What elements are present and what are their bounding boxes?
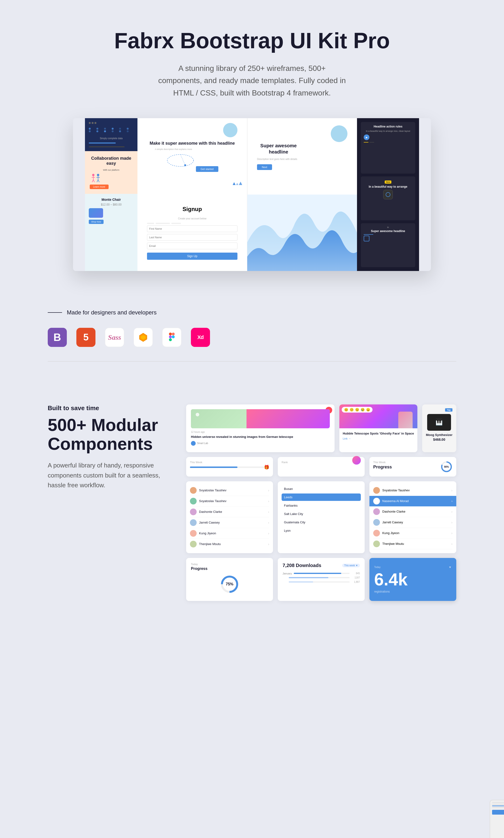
list-avatar: [190, 519, 197, 526]
bp-title: Progress: [191, 567, 208, 571]
highlight-item: Svyatoslav Taushev ›: [373, 485, 452, 496]
list-chevron-icon: ›: [268, 499, 269, 503]
signup-email[interactable]: [147, 243, 237, 249]
svg-point-12: [184, 164, 186, 166]
city-item-active[interactable]: Leeds: [282, 494, 361, 501]
components-headline: 500+ Modular Components: [48, 416, 167, 453]
furniture-button[interactable]: Shop Now: [89, 220, 104, 224]
downloads-week-badge[interactable]: This week ▼: [342, 564, 360, 567]
list-avatar: [190, 498, 197, 504]
dl-bar-bg: [294, 573, 349, 574]
svg-line-11: [180, 155, 185, 165]
highlight-name: Dashonte Clarke: [382, 510, 406, 513]
highlight-avatar-active: [373, 498, 380, 504]
list-chevron-icon: ›: [268, 488, 269, 492]
progress2-title: Progress: [373, 465, 438, 470]
list-chevron-icon: ›: [268, 532, 269, 535]
chevron-icon: ›: [451, 531, 452, 535]
bs-header: Today ▼: [374, 566, 451, 569]
cards-row-2: This Week 🎁 Rank This Week Progress: [186, 457, 456, 477]
signup-lastname[interactable]: [147, 234, 237, 240]
product-tag: New: [385, 180, 391, 183]
furniture-card: Monte Chair $12.00 – $80.00 Shop Now: [85, 194, 138, 271]
made-for-line: Made for designers and developers: [48, 309, 456, 316]
progress2-week-label: This Week: [373, 461, 438, 464]
emoji-reactions: 😐🙂😟😢😠: [342, 407, 373, 413]
progress-week-label: This Week: [190, 461, 269, 464]
city-item[interactable]: Salt Lake City: [282, 510, 361, 518]
author-name: Smart Lab: [197, 442, 208, 445]
bp-label: Today: [191, 563, 198, 566]
list-item: Svyatoslav Taushev ›: [190, 496, 269, 506]
highlight-avatar: [373, 487, 380, 494]
city-list-card: Busan Leeds Fairbanks Salt Lake City Gua…: [278, 481, 365, 553]
mosaic-top-row: Make it super awesome with this headline…: [138, 118, 357, 195]
dl-bar-row: Jan 1,887: [283, 581, 360, 584]
list-item: Dashonte Clarke ›: [190, 506, 269, 517]
progress-bar-fill: [190, 466, 237, 468]
city-item[interactable]: Guatemala City: [282, 519, 361, 526]
hubble-card: 😐🙂😟😢😠 Hubble Telescope Spots 'Ghostly Fa…: [339, 405, 417, 452]
dl-bar-fill: [289, 577, 328, 578]
donut-large: 75%: [220, 575, 239, 594]
signup-firstname[interactable]: [147, 225, 237, 232]
highlight-name: Kung Jiyeon: [382, 531, 399, 535]
highlight-item: Kung Jiyeon ›: [373, 528, 452, 539]
signup-button[interactable]: Sign Up: [147, 253, 237, 260]
hero-subtitle: A stunning library of 250+ wireframes, 5…: [157, 62, 347, 99]
tools-section: Made for designers and developers B 5 Sa…: [0, 285, 504, 385]
highlight-item-active: Naseema Al Morad ›: [370, 496, 456, 506]
play-button[interactable]: ▶: [364, 135, 370, 140]
furniture-title: Monte Chair: [89, 198, 133, 201]
rank-card: Rank: [278, 457, 365, 477]
product-tag-label: Tag: [445, 408, 452, 412]
hubble-link[interactable]: Link →: [343, 437, 414, 440]
bs-sublabel: registrations: [374, 590, 451, 593]
adobexd-icon: Xd: [191, 328, 210, 347]
components-text: Built to save time 500+ Modular Componen…: [48, 405, 167, 491]
super-btn[interactable]: Next: [257, 164, 272, 170]
list-name: Thenjiwe Msutu: [199, 542, 221, 546]
bs-dropdown-icon[interactable]: ▼: [449, 566, 451, 569]
donut-pct: 75%: [226, 582, 233, 586]
news-time: 12 hours ago: [191, 431, 330, 433]
mosaic-signup: Signup Create your account below Sign Up: [138, 195, 247, 271]
hubble-image: 😐🙂😟😢😠: [339, 405, 417, 428]
highlight-name: Thenjiwe Msutu: [382, 542, 404, 546]
dl-bar-row: January 845: [283, 572, 360, 575]
list-chevron-icon: ›: [268, 521, 269, 524]
mosaic-graph: [247, 195, 357, 271]
dl-bar-bg: [289, 577, 349, 578]
svg-line-4: [93, 180, 94, 182]
preview-cta-button[interactable]: Get started: [196, 166, 218, 172]
svg-point-0: [92, 174, 94, 176]
sketch-icon: [133, 328, 153, 347]
rank-label: Rank: [282, 461, 361, 464]
svg-line-9: [98, 180, 99, 182]
dl-count: 1187: [352, 576, 360, 579]
headline-action-card: Headline action rules In a beautiful way…: [361, 122, 415, 174]
dl-bar-row: Jan 1187: [283, 576, 360, 579]
bs-number: 6.4k: [374, 571, 451, 588]
progress2-pct: 90%: [444, 465, 449, 468]
highlight-avatar: [373, 508, 380, 515]
mosaic-super-card: Super awesome headline Description text …: [247, 118, 357, 195]
dl-bar-fill: [294, 573, 341, 574]
svg-rect-20: [169, 338, 172, 341]
bs-today: Today: [374, 566, 381, 568]
list-item: Jarrett Cawsey ›: [190, 517, 269, 528]
city-item[interactable]: Busan: [282, 485, 361, 493]
mosaic-left: Simply complete data Collaboration made …: [85, 118, 138, 271]
downloads-header: 7,208 Downloads This week ▼: [283, 563, 360, 568]
city-item[interactable]: Fairbanks: [282, 502, 361, 509]
mosaic-bot-row: Signup Create your account below Sign Up: [138, 195, 357, 271]
chevron-icon: ›: [451, 542, 452, 546]
collab-button[interactable]: Learn more: [90, 184, 109, 189]
progress-bar-bg: [190, 466, 269, 468]
list-item: Svyatoslav Taushev ›: [190, 485, 269, 496]
city-item[interactable]: Lyon: [282, 527, 361, 534]
highlight-item: Jarrett Cawsey ›: [373, 517, 452, 528]
svg-line-8: [97, 180, 98, 182]
author-avatar: [191, 441, 196, 446]
product-name: Moog Synthesizer: [426, 433, 452, 437]
